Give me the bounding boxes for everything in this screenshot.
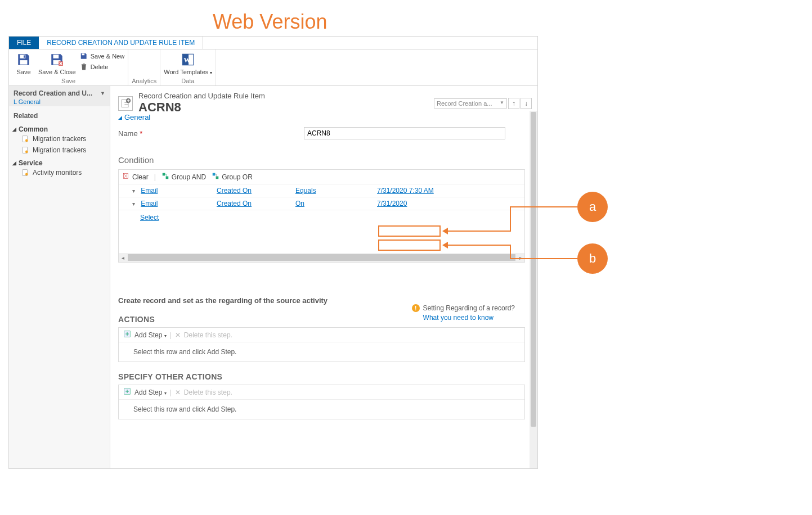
- chevron-down-icon: ▼: [500, 100, 504, 107]
- svg-rect-6: [82, 53, 84, 55]
- cond-entity-link[interactable]: Email: [141, 200, 158, 207]
- form-type-icon: [118, 96, 133, 111]
- annotation-title: Web Version: [213, 10, 327, 34]
- condition-builder: Clear | Group AND Group OR ▾ Em: [118, 169, 525, 263]
- nav-next-button[interactable]: ↓: [521, 98, 532, 109]
- other-actions-heading: SPECIFY OTHER ACTIONS: [118, 362, 525, 385]
- sidebar-header-sub[interactable]: L General: [14, 97, 105, 105]
- svg-rect-2: [24, 55, 25, 57]
- sidebar-item-migration-trackers-2[interactable]: Migration trackers: [12, 144, 105, 156]
- regarding-hint-link[interactable]: What you need to know: [412, 314, 515, 322]
- nav-prev-button[interactable]: ↑: [508, 98, 519, 109]
- sidebar-header: Record Creation and U... ▼ L General: [9, 86, 110, 106]
- sidebar: Record Creation and U... ▼ L General Rel…: [9, 86, 110, 468]
- save-close-icon: [49, 52, 65, 67]
- condition-row-2[interactable]: ▾ Email Created On On 7/31/2020: [119, 197, 524, 210]
- svg-rect-8: [83, 64, 85, 64]
- callout-line-b-v: [510, 245, 511, 259]
- scroll-track[interactable]: [128, 254, 515, 261]
- save-close-label: Save & Close: [38, 69, 76, 75]
- svg-rect-24: [216, 177, 219, 179]
- sidebar-item-label: Activity monitors: [33, 169, 82, 177]
- tab-file[interactable]: FILE: [9, 37, 39, 49]
- cond-operator-link[interactable]: On: [295, 200, 304, 207]
- caret-icon[interactable]: ◢: [12, 127, 16, 132]
- condition-add-select[interactable]: Select: [119, 210, 524, 225]
- horizontal-scrollbar[interactable]: ◂ ▸: [119, 253, 524, 262]
- svg-rect-3: [53, 55, 59, 58]
- actions-placeholder[interactable]: Select this row and click Add Step.: [119, 342, 524, 362]
- tab-rule-item[interactable]: RECORD CREATION AND UPDATE RULE ITEM: [39, 37, 203, 49]
- delete-step-icon: ✕: [175, 388, 181, 396]
- chevron-down-icon[interactable]: ▾: [132, 188, 139, 194]
- cond-attribute-link[interactable]: Created On: [217, 187, 252, 195]
- chevron-down-icon[interactable]: ▼: [100, 91, 105, 96]
- word-icon: W: [180, 52, 196, 67]
- delete-label: Delete: [91, 64, 109, 70]
- separator: |: [170, 331, 172, 339]
- save-new-button[interactable]: Save & New: [79, 52, 125, 61]
- ribbon-group-save: Save Save & Close Save & New: [9, 49, 128, 85]
- svg-rect-23: [213, 173, 216, 176]
- cond-value-link[interactable]: 7/31/2020 7:30 AM: [377, 187, 434, 195]
- add-step-button[interactable]: Add Step ▾: [134, 388, 167, 396]
- delete-step-icon: ✕: [175, 331, 181, 339]
- highlight-box-b: [378, 240, 441, 251]
- cond-operator-link[interactable]: Equals: [295, 187, 316, 195]
- sidebar-item-label: Migration trackers: [33, 146, 86, 154]
- sidebar-header-title: Record Creation and U...: [14, 89, 92, 97]
- ribbon-tabbar: FILE RECORD CREATION AND UPDATE RULE ITE…: [9, 37, 537, 49]
- condition-row-1[interactable]: ▾ Email Created On Equals 7/31/2020 7:30…: [119, 184, 524, 197]
- highlight-box-a: [378, 225, 441, 237]
- sidebar-item-activity-monitors[interactable]: Activity monitors: [12, 167, 105, 178]
- save-icon: [16, 52, 32, 67]
- caret-icon: ◢: [118, 115, 122, 120]
- save-button[interactable]: Save: [12, 52, 35, 75]
- field-name-input[interactable]: [304, 127, 505, 139]
- callout-line-a-h1: [448, 231, 511, 232]
- scroll-right-button[interactable]: ▸: [517, 255, 524, 261]
- document-icon: [21, 135, 29, 143]
- cond-entity-link[interactable]: Email: [141, 187, 158, 195]
- sidebar-common-label: Common: [19, 125, 48, 133]
- field-name-row: Name *: [118, 127, 525, 139]
- condition-group-and-button[interactable]: Group AND: [161, 172, 206, 182]
- arrow-up-icon: ↑: [512, 100, 515, 107]
- document-icon: [21, 146, 29, 154]
- svg-rect-21: [163, 173, 165, 176]
- save-close-button[interactable]: Save & Close: [38, 52, 76, 75]
- sidebar-group-service: ◢Service Activity monitors: [9, 156, 110, 178]
- other-actions-placeholder[interactable]: Select this row and click Add Step.: [119, 400, 524, 419]
- save-label: Save: [16, 69, 30, 75]
- condition-group-or-button[interactable]: Group OR: [212, 172, 253, 182]
- caret-icon[interactable]: ◢: [12, 160, 16, 166]
- section-general-header[interactable]: ◢ General: [118, 111, 525, 127]
- word-templates-button[interactable]: W Word Templates ▾: [164, 52, 212, 75]
- entity-type-label: Record Creation and Update Rule Item: [138, 92, 265, 100]
- add-step-button[interactable]: Add Step ▾: [134, 331, 167, 339]
- delete-step-button: Delete this step.: [184, 388, 232, 396]
- callout-arrow-a: [442, 228, 448, 234]
- sidebar-item-label: Migration trackers: [33, 135, 86, 143]
- ribbon-group-analytics: Analytics: [128, 49, 160, 85]
- delete-icon: [79, 62, 88, 71]
- sidebar-item-migration-trackers-1[interactable]: Migration trackers: [12, 133, 105, 144]
- cond-value-link[interactable]: 7/31/2020: [377, 200, 407, 207]
- callout-arrow-b: [442, 242, 448, 249]
- delete-button[interactable]: Delete: [79, 62, 125, 71]
- ribbon-group-data: W Word Templates ▾ Data: [160, 49, 216, 85]
- scroll-left-button[interactable]: ◂: [119, 255, 127, 261]
- cond-attribute-link[interactable]: Created On: [217, 200, 252, 207]
- add-step-icon: [123, 387, 131, 397]
- save-new-icon: [79, 52, 88, 61]
- callout-line-a-v: [510, 206, 511, 232]
- other-actions-box: Add Step ▾ | ✕ Delete this step. Select …: [118, 385, 525, 419]
- chevron-down-icon[interactable]: ▾: [132, 201, 139, 207]
- required-marker: *: [140, 129, 142, 138]
- sidebar-related-label: Related: [9, 106, 110, 122]
- field-name-label: Name: [118, 129, 138, 138]
- form-selector[interactable]: Record Creation a... ▼: [434, 98, 507, 109]
- chevron-down-icon: ▾: [208, 70, 212, 75]
- svg-rect-7: [82, 64, 86, 65]
- condition-clear-button[interactable]: Clear: [122, 172, 149, 182]
